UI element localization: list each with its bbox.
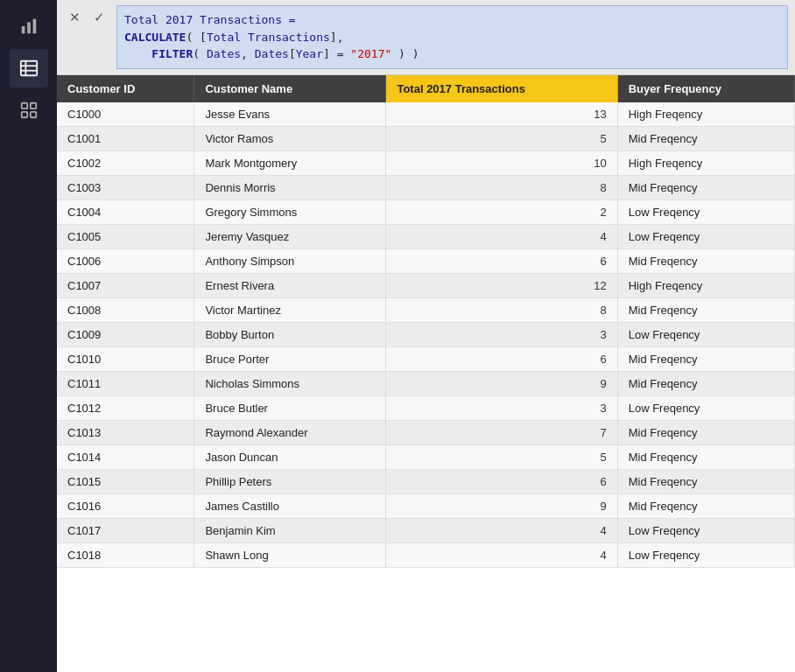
cell-customer-id: C1009 xyxy=(57,322,194,346)
cell-buyer-freq: Low Freqency xyxy=(617,542,794,567)
cell-customer-id: C1008 xyxy=(57,298,194,322)
cell-customer-id: C1010 xyxy=(57,346,194,371)
cell-total-2017: 10 xyxy=(386,150,617,175)
cell-total-2017: 12 xyxy=(386,273,617,298)
cell-buyer-freq: Mid Freqency xyxy=(617,248,794,273)
formula-dates2: Dates xyxy=(255,47,289,60)
cell-customer-name: Gregory Simmons xyxy=(194,200,386,224)
cell-customer-id: C1003 xyxy=(57,175,194,200)
cell-customer-id: C1000 xyxy=(57,102,194,127)
cell-total-2017: 5 xyxy=(386,126,617,150)
cell-customer-id: C1018 xyxy=(57,542,194,567)
formula-bar: ✕ ✓ Total 2017 Transactions = CALCULATE(… xyxy=(57,0,795,75)
cell-customer-name: Raymond Alexander xyxy=(194,420,386,444)
cell-total-2017: 4 xyxy=(386,542,617,567)
table-row: C1014Jason Duncan5Mid Freqency xyxy=(57,444,795,469)
col-header-customer-name: Customer Name xyxy=(194,75,386,102)
table-row: C1016James Castillo9Mid Freqency xyxy=(57,494,795,518)
cell-buyer-freq: Mid Freqency xyxy=(617,494,794,518)
cell-customer-id: C1005 xyxy=(57,224,194,248)
cell-total-2017: 8 xyxy=(386,175,617,200)
cell-customer-name: Phillip Peters xyxy=(194,469,386,494)
svg-rect-2 xyxy=(32,19,36,34)
bar-chart-sidebar-icon[interactable] xyxy=(10,7,48,46)
cell-customer-id: C1004 xyxy=(57,200,194,224)
cell-total-2017: 4 xyxy=(386,224,617,248)
cell-customer-id: C1001 xyxy=(57,126,194,150)
table-row: C1018Shawn Long4Low Freqency xyxy=(57,542,795,567)
cell-total-2017: 9 xyxy=(386,494,617,518)
cell-buyer-freq: Mid Freqency xyxy=(617,371,794,396)
cell-customer-id: C1002 xyxy=(57,150,194,175)
cell-buyer-freq: Mid Freqency xyxy=(617,126,794,150)
svg-rect-9 xyxy=(21,112,26,117)
cell-total-2017: 6 xyxy=(386,469,617,494)
svg-rect-7 xyxy=(21,103,26,108)
cell-customer-id: C1017 xyxy=(57,518,194,542)
cell-customer-id: C1006 xyxy=(57,248,194,273)
cell-customer-id: C1007 xyxy=(57,273,194,298)
cell-buyer-freq: Low Freqency xyxy=(617,322,794,346)
cell-customer-name: Mark Montgomery xyxy=(194,150,386,175)
table-header-row: Customer ID Customer Name Total 2017 Tra… xyxy=(57,75,795,102)
col-header-buyer-freq: Buyer Frequency xyxy=(617,75,794,102)
cell-customer-name: James Castillo xyxy=(194,494,386,518)
cell-customer-name: Jeremy Vasquez xyxy=(194,224,386,248)
table-sidebar-icon[interactable] xyxy=(10,49,48,88)
formula-year: Year xyxy=(296,47,323,60)
table-row: C1012Bruce Butler3Low Freqency xyxy=(57,396,795,420)
svg-rect-0 xyxy=(21,26,25,33)
cell-customer-name: Bruce Porter xyxy=(194,346,386,371)
table-row: C1002Mark Montgomery10High Freqency xyxy=(57,150,795,175)
main-content: ✕ ✓ Total 2017 Transactions = CALCULATE(… xyxy=(57,0,795,672)
cell-buyer-freq: Low Freqency xyxy=(617,396,794,420)
table-row: C1008Victor Martinez8Mid Freqency xyxy=(57,298,795,322)
cell-buyer-freq: Mid Freqency xyxy=(617,346,794,371)
formula-action-buttons: ✕ ✓ xyxy=(64,5,109,28)
confirm-button[interactable]: ✓ xyxy=(88,7,109,28)
cell-customer-name: Jesse Evans xyxy=(194,102,386,127)
cell-buyer-freq: Mid Freqency xyxy=(617,175,794,200)
sidebar xyxy=(0,0,57,672)
cell-buyer-freq: High Freqency xyxy=(617,273,794,298)
table-row: C1011Nicholas Simmons9Mid Freqency xyxy=(57,371,795,396)
table-row: C1003Dennis Morris8Mid Freqency xyxy=(57,175,795,200)
cell-customer-id: C1014 xyxy=(57,444,194,469)
cell-total-2017: 5 xyxy=(386,444,617,469)
cell-buyer-freq: High Freqency xyxy=(617,150,794,175)
cell-buyer-freq: Mid Freqency xyxy=(617,420,794,444)
cell-customer-name: Ernest Rivera xyxy=(194,273,386,298)
table-row: C1009Bobby Burton3Low Freqency xyxy=(57,322,795,346)
table-row: C1017Benjamin Kim4Low Freqency xyxy=(57,518,795,542)
cell-customer-name: Anthony Simpson xyxy=(194,248,386,273)
cell-customer-name: Benjamin Kim xyxy=(194,518,386,542)
model-sidebar-icon[interactable] xyxy=(10,91,48,130)
cell-customer-name: Bobby Burton xyxy=(194,322,386,346)
table-row: C1015Phillip Peters6Mid Freqency xyxy=(57,469,795,494)
svg-rect-8 xyxy=(30,103,35,108)
formula-editor[interactable]: Total 2017 Transactions = CALCULATE( [To… xyxy=(116,5,788,69)
cell-total-2017: 2 xyxy=(386,200,617,224)
svg-rect-10 xyxy=(30,112,35,117)
cell-customer-id: C1011 xyxy=(57,371,194,396)
cancel-button[interactable]: ✕ xyxy=(64,7,85,28)
cell-customer-name: Jason Duncan xyxy=(194,444,386,469)
cell-buyer-freq: Mid Freqency xyxy=(617,469,794,494)
cell-customer-name: Bruce Butler xyxy=(194,396,386,420)
svg-rect-3 xyxy=(20,61,36,76)
cell-customer-id: C1012 xyxy=(57,396,194,420)
cell-customer-name: Victor Martinez xyxy=(194,298,386,322)
col-header-total-2017: Total 2017 Transactions xyxy=(386,75,617,102)
cell-customer-id: C1013 xyxy=(57,420,194,444)
cell-total-2017: 6 xyxy=(386,346,617,371)
col-header-customer-id: Customer ID xyxy=(57,75,194,102)
cell-customer-name: Victor Ramos xyxy=(194,126,386,150)
formula-filter: FILTER xyxy=(151,47,193,60)
cell-buyer-freq: High Freqency xyxy=(617,102,794,127)
cell-total-2017: 4 xyxy=(386,518,617,542)
svg-rect-1 xyxy=(27,22,31,33)
cell-buyer-freq: Low Freqency xyxy=(617,224,794,248)
table-row: C1007Ernest Rivera12High Freqency xyxy=(57,273,795,298)
table-body: C1000Jesse Evans13High FreqencyC1001Vict… xyxy=(57,102,795,568)
cell-customer-name: Shawn Long xyxy=(194,542,386,567)
